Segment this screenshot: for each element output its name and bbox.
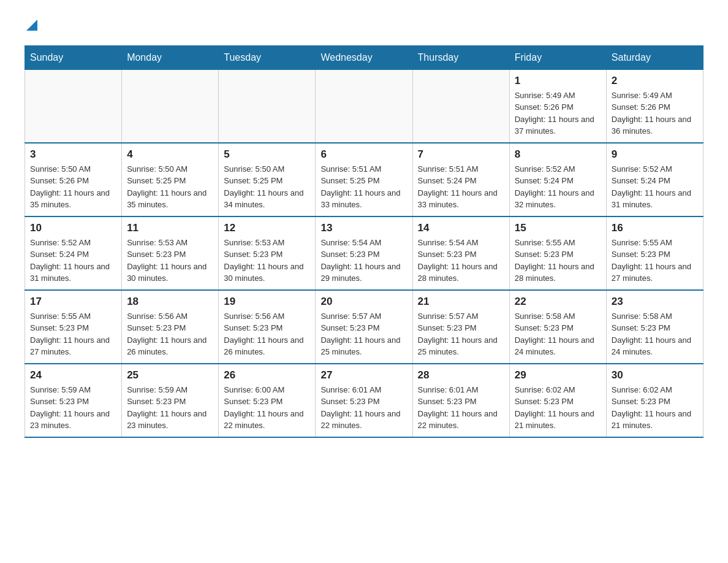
sun-info: Sunrise: 5:59 AM Sunset: 5:23 PM Dayligh… — [127, 384, 213, 432]
day-number: 20 — [320, 296, 407, 308]
calendar-cell: 4Sunrise: 5:50 AM Sunset: 5:25 PM Daylig… — [122, 143, 219, 216]
calendar-cell: 28Sunrise: 6:01 AM Sunset: 5:23 PM Dayli… — [412, 364, 509, 437]
sun-info: Sunrise: 6:01 AM Sunset: 5:23 PM Dayligh… — [320, 384, 407, 432]
calendar-cell: 16Sunrise: 5:55 AM Sunset: 5:23 PM Dayli… — [606, 216, 703, 290]
sun-info: Sunrise: 5:51 AM Sunset: 5:25 PM Dayligh… — [320, 163, 407, 211]
calendar-cell: 20Sunrise: 5:57 AM Sunset: 5:23 PM Dayli… — [316, 290, 412, 364]
day-number: 7 — [418, 148, 504, 161]
sun-info: Sunrise: 5:53 AM Sunset: 5:23 PM Dayligh… — [224, 237, 310, 285]
calendar-cell: 13Sunrise: 5:54 AM Sunset: 5:23 PM Dayli… — [316, 216, 412, 290]
day-number: 29 — [515, 369, 601, 381]
svg-marker-0 — [26, 20, 37, 31]
calendar-cell: 23Sunrise: 5:58 AM Sunset: 5:23 PM Dayli… — [606, 290, 703, 364]
day-number: 9 — [612, 148, 698, 161]
calendar-cell: 30Sunrise: 6:02 AM Sunset: 5:23 PM Dayli… — [606, 364, 703, 437]
sun-info: Sunrise: 6:02 AM Sunset: 5:23 PM Dayligh… — [515, 384, 601, 432]
day-number: 30 — [612, 369, 698, 381]
calendar-table: SundayMondayTuesdayWednesdayThursdayFrid… — [25, 45, 703, 438]
sun-info: Sunrise: 5:52 AM Sunset: 5:24 PM Dayligh… — [612, 163, 698, 211]
day-number: 21 — [418, 296, 504, 308]
sun-info: Sunrise: 5:56 AM Sunset: 5:23 PM Dayligh… — [127, 310, 213, 358]
day-number: 2 — [612, 75, 698, 87]
calendar-cell — [316, 69, 412, 143]
calendar-cell: 9Sunrise: 5:52 AM Sunset: 5:24 PM Daylig… — [606, 143, 703, 216]
calendar-week-row: 17Sunrise: 5:55 AM Sunset: 5:23 PM Dayli… — [25, 290, 703, 364]
calendar-cell: 15Sunrise: 5:55 AM Sunset: 5:23 PM Dayli… — [509, 216, 606, 290]
calendar-cell: 17Sunrise: 5:55 AM Sunset: 5:23 PM Dayli… — [25, 290, 122, 364]
logo — [25, 18, 37, 33]
sun-info: Sunrise: 5:50 AM Sunset: 5:25 PM Dayligh… — [224, 163, 310, 211]
sun-info: Sunrise: 5:58 AM Sunset: 5:23 PM Dayligh… — [612, 310, 698, 358]
calendar-cell: 26Sunrise: 6:00 AM Sunset: 5:23 PM Dayli… — [219, 364, 316, 437]
weekday-header-thursday: Thursday — [412, 45, 509, 69]
day-number: 19 — [224, 296, 310, 308]
calendar-week-row: 24Sunrise: 5:59 AM Sunset: 5:23 PM Dayli… — [25, 364, 703, 437]
calendar-cell: 21Sunrise: 5:57 AM Sunset: 5:23 PM Dayli… — [412, 290, 509, 364]
weekday-header-tuesday: Tuesday — [219, 45, 316, 69]
sun-info: Sunrise: 5:54 AM Sunset: 5:23 PM Dayligh… — [418, 237, 504, 285]
page-header — [25, 18, 703, 33]
day-number: 18 — [127, 296, 213, 308]
calendar-cell — [412, 69, 509, 143]
calendar-cell: 7Sunrise: 5:51 AM Sunset: 5:24 PM Daylig… — [412, 143, 509, 216]
day-number: 10 — [30, 222, 116, 234]
calendar-cell: 29Sunrise: 6:02 AM Sunset: 5:23 PM Dayli… — [509, 364, 606, 437]
calendar-cell: 25Sunrise: 5:59 AM Sunset: 5:23 PM Dayli… — [122, 364, 219, 437]
day-number: 15 — [515, 222, 601, 234]
day-number: 12 — [224, 222, 310, 234]
weekday-header-wednesday: Wednesday — [316, 45, 412, 69]
sun-info: Sunrise: 5:55 AM Sunset: 5:23 PM Dayligh… — [30, 310, 116, 358]
calendar-cell: 6Sunrise: 5:51 AM Sunset: 5:25 PM Daylig… — [316, 143, 412, 216]
sun-info: Sunrise: 5:49 AM Sunset: 5:26 PM Dayligh… — [515, 90, 601, 137]
weekday-header-saturday: Saturday — [606, 45, 703, 69]
weekday-header-sunday: Sunday — [25, 45, 122, 69]
sun-info: Sunrise: 5:58 AM Sunset: 5:23 PM Dayligh… — [515, 310, 601, 358]
sun-info: Sunrise: 5:55 AM Sunset: 5:23 PM Dayligh… — [515, 237, 601, 285]
day-number: 22 — [515, 296, 601, 308]
calendar-week-row: 1Sunrise: 5:49 AM Sunset: 5:26 PM Daylig… — [25, 69, 703, 143]
sun-info: Sunrise: 5:52 AM Sunset: 5:24 PM Dayligh… — [30, 237, 116, 285]
sun-info: Sunrise: 5:55 AM Sunset: 5:23 PM Dayligh… — [612, 237, 698, 285]
day-number: 26 — [224, 369, 310, 381]
day-number: 28 — [418, 369, 504, 381]
calendar-cell — [219, 69, 316, 143]
calendar-cell: 24Sunrise: 5:59 AM Sunset: 5:23 PM Dayli… — [25, 364, 122, 437]
day-number: 25 — [127, 369, 213, 381]
day-number: 16 — [612, 222, 698, 234]
sun-info: Sunrise: 6:01 AM Sunset: 5:23 PM Dayligh… — [418, 384, 504, 432]
calendar-cell: 27Sunrise: 6:01 AM Sunset: 5:23 PM Dayli… — [316, 364, 412, 437]
calendar-cell: 8Sunrise: 5:52 AM Sunset: 5:24 PM Daylig… — [509, 143, 606, 216]
sun-info: Sunrise: 5:50 AM Sunset: 5:25 PM Dayligh… — [127, 163, 213, 211]
day-number: 24 — [30, 369, 116, 381]
calendar-cell: 2Sunrise: 5:49 AM Sunset: 5:26 PM Daylig… — [606, 69, 703, 143]
calendar-cell: 12Sunrise: 5:53 AM Sunset: 5:23 PM Dayli… — [219, 216, 316, 290]
sun-info: Sunrise: 6:00 AM Sunset: 5:23 PM Dayligh… — [224, 384, 310, 432]
day-number: 11 — [127, 222, 213, 234]
calendar-cell: 19Sunrise: 5:56 AM Sunset: 5:23 PM Dayli… — [219, 290, 316, 364]
day-number: 17 — [30, 296, 116, 308]
sun-info: Sunrise: 5:57 AM Sunset: 5:23 PM Dayligh… — [418, 310, 504, 358]
day-number: 23 — [612, 296, 698, 308]
day-number: 3 — [30, 148, 116, 161]
calendar-cell: 22Sunrise: 5:58 AM Sunset: 5:23 PM Dayli… — [509, 290, 606, 364]
calendar-cell: 11Sunrise: 5:53 AM Sunset: 5:23 PM Dayli… — [122, 216, 219, 290]
calendar-cell: 10Sunrise: 5:52 AM Sunset: 5:24 PM Dayli… — [25, 216, 122, 290]
day-number: 13 — [320, 222, 407, 234]
sun-info: Sunrise: 5:54 AM Sunset: 5:23 PM Dayligh… — [320, 237, 407, 285]
calendar-cell: 18Sunrise: 5:56 AM Sunset: 5:23 PM Dayli… — [122, 290, 219, 364]
day-number: 1 — [515, 75, 601, 87]
sun-info: Sunrise: 5:56 AM Sunset: 5:23 PM Dayligh… — [224, 310, 310, 358]
day-number: 27 — [320, 369, 407, 381]
day-number: 6 — [320, 148, 407, 161]
calendar-cell — [122, 69, 219, 143]
calendar-cell: 3Sunrise: 5:50 AM Sunset: 5:26 PM Daylig… — [25, 143, 122, 216]
sun-info: Sunrise: 6:02 AM Sunset: 5:23 PM Dayligh… — [612, 384, 698, 432]
day-number: 4 — [127, 148, 213, 161]
calendar-cell: 14Sunrise: 5:54 AM Sunset: 5:23 PM Dayli… — [412, 216, 509, 290]
calendar-week-row: 3Sunrise: 5:50 AM Sunset: 5:26 PM Daylig… — [25, 143, 703, 216]
day-number: 14 — [418, 222, 504, 234]
sun-info: Sunrise: 5:59 AM Sunset: 5:23 PM Dayligh… — [30, 384, 116, 432]
sun-info: Sunrise: 5:52 AM Sunset: 5:24 PM Dayligh… — [515, 163, 601, 211]
weekday-header-friday: Friday — [509, 45, 606, 69]
calendar-cell: 1Sunrise: 5:49 AM Sunset: 5:26 PM Daylig… — [509, 69, 606, 143]
